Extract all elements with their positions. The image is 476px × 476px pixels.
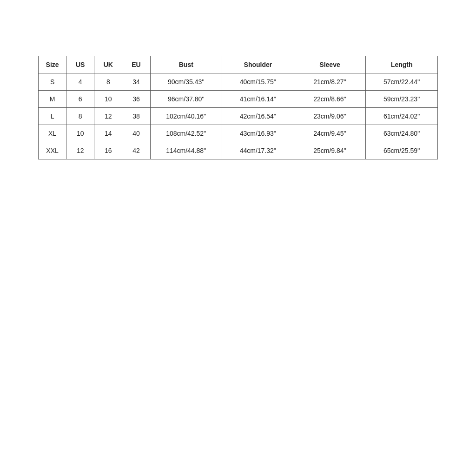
table-header-row: Size US UK EU Bust Shoulder Sleeve Lengt… — [39, 56, 438, 73]
table-row: M6103696cm/37.80''41cm/16.14''22cm/8.66'… — [39, 91, 438, 108]
cell-length: 59cm/23.23'' — [366, 91, 438, 108]
cell-us: 10 — [66, 125, 94, 142]
cell-us: 12 — [66, 142, 94, 159]
header-length: Length — [366, 56, 438, 73]
header-uk: UK — [94, 56, 122, 73]
cell-sleeve: 23cm/9.06'' — [294, 108, 366, 125]
cell-us: 6 — [66, 91, 94, 108]
table-row: L81238102cm/40.16''42cm/16.54''23cm/9.06… — [39, 108, 438, 125]
cell-eu: 40 — [122, 125, 150, 142]
header-sleeve: Sleeve — [294, 56, 366, 73]
cell-uk: 16 — [94, 142, 122, 159]
table-row: XL101440108cm/42.52''43cm/16.93''24cm/9.… — [39, 125, 438, 142]
cell-shoulder: 42cm/16.54'' — [222, 108, 294, 125]
cell-us: 4 — [66, 73, 94, 91]
cell-length: 61cm/24.02'' — [366, 108, 438, 125]
cell-sleeve: 21cm/8.27'' — [294, 73, 366, 91]
cell-uk: 10 — [94, 91, 122, 108]
table-row: S483490cm/35.43''40cm/15.75''21cm/8.27''… — [39, 73, 438, 91]
header-size: Size — [39, 56, 66, 73]
header-eu: EU — [122, 56, 150, 73]
header-bust: Bust — [150, 56, 222, 73]
cell-eu: 36 — [122, 91, 150, 108]
cell-bust: 102cm/40.16'' — [150, 108, 222, 125]
cell-sleeve: 25cm/9.84'' — [294, 142, 366, 159]
cell-bust: 114cm/44.88'' — [150, 142, 222, 159]
cell-size: M — [39, 91, 66, 108]
cell-shoulder: 40cm/15.75'' — [222, 73, 294, 91]
cell-length: 63cm/24.80'' — [366, 125, 438, 142]
cell-sleeve: 22cm/8.66'' — [294, 91, 366, 108]
cell-bust: 96cm/37.80'' — [150, 91, 222, 108]
cell-uk: 12 — [94, 108, 122, 125]
cell-shoulder: 41cm/16.14'' — [222, 91, 294, 108]
cell-shoulder: 44cm/17.32'' — [222, 142, 294, 159]
cell-bust: 90cm/35.43'' — [150, 73, 222, 91]
cell-sleeve: 24cm/9.45'' — [294, 125, 366, 142]
cell-size: XL — [39, 125, 66, 142]
cell-uk: 8 — [94, 73, 122, 91]
cell-length: 57cm/22.44'' — [366, 73, 438, 91]
cell-us: 8 — [66, 108, 94, 125]
cell-size: L — [39, 108, 66, 125]
cell-length: 65cm/25.59'' — [366, 142, 438, 159]
header-shoulder: Shoulder — [222, 56, 294, 73]
cell-shoulder: 43cm/16.93'' — [222, 125, 294, 142]
table-row: XXL121642114cm/44.88''44cm/17.32''25cm/9… — [39, 142, 438, 159]
cell-eu: 34 — [122, 73, 150, 91]
cell-size: XXL — [39, 142, 66, 159]
cell-uk: 14 — [94, 125, 122, 142]
cell-bust: 108cm/42.52'' — [150, 125, 222, 142]
size-chart-table: Size US UK EU Bust Shoulder Sleeve Lengt… — [38, 56, 438, 159]
cell-eu: 42 — [122, 142, 150, 159]
size-chart-container: Size US UK EU Bust Shoulder Sleeve Lengt… — [38, 56, 438, 159]
header-us: US — [66, 56, 94, 73]
cell-eu: 38 — [122, 108, 150, 125]
cell-size: S — [39, 73, 66, 91]
